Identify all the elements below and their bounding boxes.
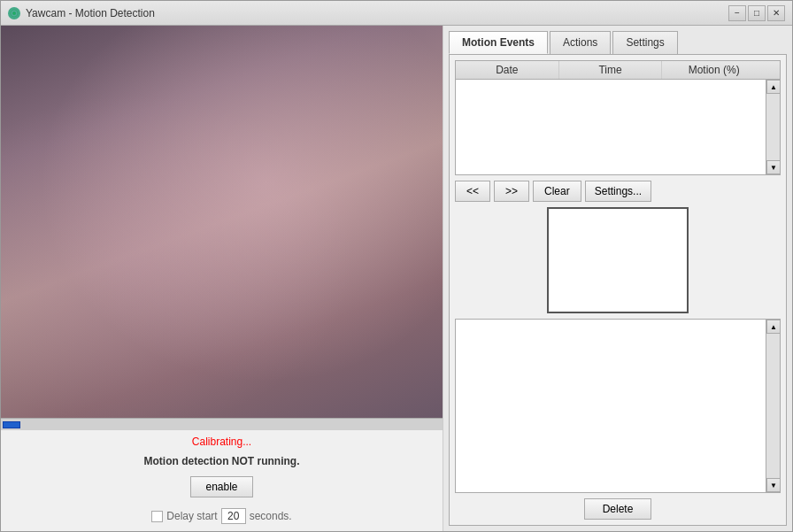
prev-button[interactable]: << xyxy=(455,181,490,202)
delete-button-area: Delete xyxy=(455,498,781,520)
delay-label: Delay start xyxy=(166,510,217,522)
settings-button[interactable]: Settings... xyxy=(585,181,651,202)
tabs-row: Motion Events Actions Settings xyxy=(449,31,787,54)
tab-motion-events[interactable]: Motion Events xyxy=(449,31,548,54)
titlebar: Yawcam - Motion Detection − □ ✕ xyxy=(1,1,792,26)
enable-button-area: enable xyxy=(1,471,443,503)
status-text: Motion detection NOT running. xyxy=(1,451,443,471)
window-title: Yawcam - Motion Detection xyxy=(26,7,155,19)
col-motion: Motion (%) xyxy=(662,61,766,79)
svg-point-1 xyxy=(12,12,16,15)
delay-area: Delay start seconds. xyxy=(1,503,443,531)
log-scroll-down[interactable]: ▼ xyxy=(766,478,781,492)
camera-view xyxy=(1,26,443,418)
nav-buttons: << >> Clear Settings... xyxy=(455,181,781,202)
enable-button[interactable]: enable xyxy=(190,476,252,497)
titlebar-left: Yawcam - Motion Detection xyxy=(8,7,155,19)
log-scroll-track xyxy=(766,334,780,478)
next-button[interactable]: >> xyxy=(494,181,529,202)
progress-bar xyxy=(3,421,20,428)
camera-feed xyxy=(1,26,443,418)
window-controls: − □ ✕ xyxy=(728,5,785,21)
delay-unit: seconds. xyxy=(250,510,292,522)
delay-input[interactable] xyxy=(221,508,246,524)
minimize-button[interactable]: − xyxy=(728,5,746,21)
tab-actions[interactable]: Actions xyxy=(550,31,611,54)
content-area: Calibrating... Motion detection NOT runn… xyxy=(1,26,792,531)
right-panel: Motion Events Actions Settings Date Time… xyxy=(443,26,792,531)
main-window: Yawcam - Motion Detection − □ ✕ Calibrat… xyxy=(0,0,793,532)
preview-box xyxy=(547,207,689,313)
delay-checkbox[interactable] xyxy=(151,511,163,522)
table-body: ▲ ▼ xyxy=(456,80,780,174)
tab-settings[interactable]: Settings xyxy=(612,31,677,54)
close-button[interactable]: ✕ xyxy=(767,5,785,21)
progress-bar-area xyxy=(1,418,443,430)
calibrating-text: Calibrating... xyxy=(1,430,443,451)
table-header: Date Time Motion (%) xyxy=(456,61,780,80)
log-area: ▲ ▼ xyxy=(455,319,781,493)
delete-button[interactable]: Delete xyxy=(584,498,652,520)
left-panel: Calibrating... Motion detection NOT runn… xyxy=(1,26,443,531)
col-date: Date xyxy=(456,61,559,79)
tab-content: Date Time Motion (%) ▲ ▼ << xyxy=(449,54,787,526)
table-scrollbar: ▲ ▼ xyxy=(766,80,780,174)
col-time: Time xyxy=(559,61,663,79)
log-scroll-up[interactable]: ▲ xyxy=(766,320,781,334)
scroll-up-button[interactable]: ▲ xyxy=(766,80,780,94)
scroll-down-button[interactable]: ▼ xyxy=(766,160,780,174)
events-table: Date Time Motion (%) ▲ ▼ xyxy=(455,60,781,175)
clear-button[interactable]: Clear xyxy=(533,181,581,202)
maximize-button[interactable]: □ xyxy=(748,5,766,21)
log-scrollbar: ▲ ▼ xyxy=(766,320,780,492)
app-icon xyxy=(8,7,20,19)
scroll-track xyxy=(766,94,780,160)
